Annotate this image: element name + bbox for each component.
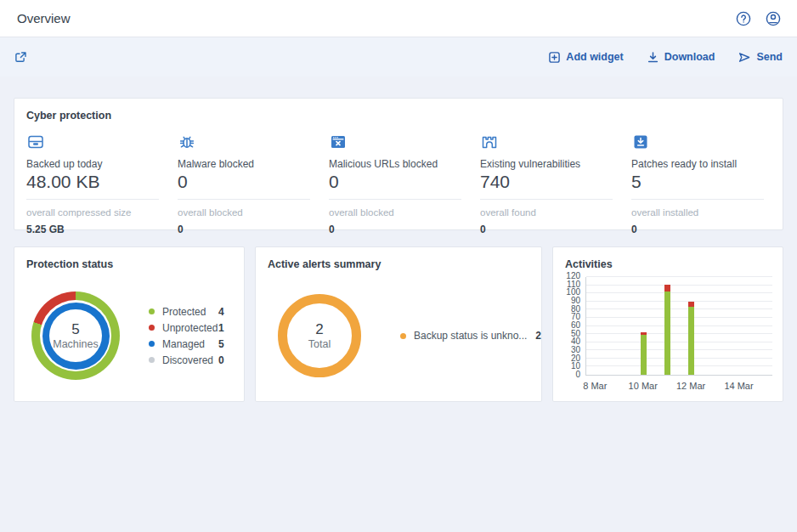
plus-square-icon <box>548 51 561 64</box>
activities-bar <box>664 285 670 375</box>
y-axis-tick: 80 <box>571 304 580 314</box>
gridline <box>586 292 772 293</box>
y-axis-tick: 100 <box>566 287 580 297</box>
legend-dot <box>149 357 155 363</box>
stat-subvalue: 0 <box>178 224 310 235</box>
stat-subvalue: 0 <box>329 224 461 235</box>
activities-bar <box>641 332 647 375</box>
managed-ring: 5 Machines <box>42 303 110 370</box>
account-icon[interactable] <box>765 10 782 27</box>
x-axis-tick: 14 Mar <box>724 381 753 391</box>
stat-subvalue: 0 <box>480 224 613 235</box>
cyber-stat: Patches ready to install 5 overall insta… <box>631 133 783 235</box>
cyber-stat: Backed up today 48.00 KB overall compres… <box>26 133 178 235</box>
gridline <box>586 358 772 359</box>
page-title: Overview <box>17 11 71 25</box>
stat-label: Existing vulnerabilities <box>480 158 613 170</box>
cyber-protection-stats: Backed up today 48.00 KB overall compres… <box>14 122 783 235</box>
stat-label: Malware blocked <box>178 158 310 170</box>
stat-value: 0 <box>329 172 461 192</box>
y-axis-tick: 70 <box>571 312 580 321</box>
download-icon <box>647 51 659 64</box>
stat-label: Malicious URLs blocked <box>329 158 461 170</box>
protection-status-donut: 5 Machines <box>31 291 120 380</box>
stat-sublabel: overall found <box>480 207 613 218</box>
add-widget-button[interactable]: Add widget <box>548 51 623 64</box>
stat-divider <box>26 199 159 200</box>
bar-segment-succeeded <box>641 335 647 375</box>
legend-label: Managed <box>162 338 218 350</box>
stat-value: 48.00 KB <box>26 172 159 192</box>
cyber-protection-title: Cyber protection <box>14 99 783 122</box>
gridline <box>586 317 772 318</box>
legend-label: Unprotected <box>162 322 218 334</box>
protection-status-legend: Protected4Unprotected1Managed5Discovered… <box>149 302 224 371</box>
legend-item: Discovered0 <box>149 354 224 366</box>
legend-value: 2 <box>535 330 541 342</box>
stat-subvalue: 5.25 GB <box>26 224 159 235</box>
bug-icon <box>178 133 310 151</box>
stat-sublabel: overall installed <box>631 207 764 218</box>
popout-icon[interactable] <box>14 51 27 64</box>
gridline <box>586 365 772 366</box>
stat-sublabel: overall compressed size <box>26 207 159 218</box>
stat-label: Backed up today <box>26 158 159 170</box>
gridline <box>586 349 772 350</box>
machines-count: 5 <box>71 321 79 338</box>
legend-dot <box>149 308 155 314</box>
active-alerts-title: Active alerts summary <box>256 247 541 270</box>
toolbar-actions: Add widget Download Send <box>548 51 783 64</box>
y-axis-tick: 20 <box>571 354 580 363</box>
alerts-total-label: Total <box>308 338 331 350</box>
alerts-legend: Backup status is unkno...2 <box>400 325 541 346</box>
protection-status-card: Protection status 5 Machines Protected4U… <box>14 246 245 402</box>
y-axis-tick: 110 <box>567 280 580 289</box>
download-button[interactable]: Download <box>647 51 715 64</box>
stat-sublabel: overall blocked <box>178 207 310 218</box>
legend-value: 0 <box>218 354 224 366</box>
stat-divider <box>329 199 461 200</box>
y-axis: 0102030405060708090100110120 <box>563 277 585 376</box>
legend-item: Backup status is unkno...2 <box>400 330 541 342</box>
stat-divider <box>480 199 613 200</box>
cyber-stat: Malicious URLs blocked 0 overall blocked… <box>329 133 480 235</box>
gridline <box>586 342 772 342</box>
alerts-total-count: 2 <box>315 321 323 338</box>
y-axis-tick: 120 <box>566 271 580 280</box>
browser-block-icon <box>329 133 461 151</box>
y-axis-tick: 30 <box>571 345 580 354</box>
x-axis-tick: 10 Mar <box>629 381 658 391</box>
y-axis-tick: 40 <box>571 337 580 346</box>
legend-value: 5 <box>218 338 224 350</box>
activities-title: Activities <box>553 247 783 270</box>
protection-status-title: Protection status <box>14 247 244 270</box>
cyber-protection-card: Cyber protection Backed up today 48.00 K… <box>14 98 783 230</box>
plot-area <box>585 277 772 376</box>
x-axis-tick: 12 Mar <box>676 381 705 391</box>
legend-item: Protected4 <box>149 306 224 318</box>
legend-item: Unprotected1 <box>149 322 224 334</box>
legend-item: Managed5 <box>149 338 224 350</box>
dashboard-content: Cyber protection Backed up today 48.00 K… <box>0 76 797 402</box>
stat-value: 5 <box>631 172 764 192</box>
bar-segment-succeeded <box>688 307 694 375</box>
add-widget-label: Add widget <box>566 51 623 63</box>
legend-dot <box>149 325 155 331</box>
send-icon <box>738 51 751 64</box>
gridline <box>586 325 772 326</box>
help-icon[interactable] <box>735 10 752 27</box>
y-axis-tick: 60 <box>571 320 580 330</box>
gridline <box>586 276 772 277</box>
legend-label: Backup status is unkno... <box>414 330 527 342</box>
legend-dot <box>149 341 155 347</box>
stat-value: 0 <box>178 172 310 192</box>
widgets-row: Protection status 5 Machines Protected4U… <box>14 246 783 402</box>
x-axis: 8 Mar10 Mar12 Mar14 Mar <box>585 376 772 394</box>
fortress-icon <box>480 133 613 151</box>
stat-label: Patches ready to install <box>631 158 764 170</box>
y-axis-tick: 50 <box>571 329 580 338</box>
header-actions <box>735 10 782 27</box>
send-button[interactable]: Send <box>738 51 783 64</box>
legend-label: Discovered <box>162 354 218 366</box>
activities-card: Activities 0102030405060708090100110120 … <box>552 246 783 402</box>
